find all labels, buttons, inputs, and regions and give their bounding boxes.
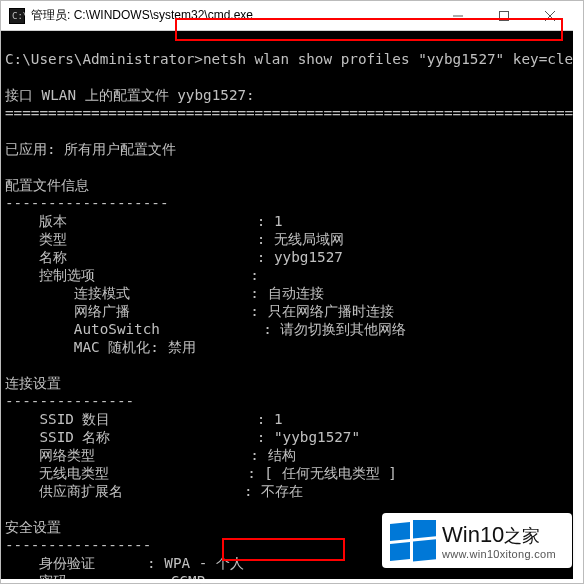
titlebar: C:\ 管理员: C:\WINDOWS\system32\cmd.exe bbox=[1, 1, 573, 31]
terminal-output[interactable]: C:\Users\Administrator>netsh wlan show p… bbox=[1, 31, 573, 579]
watermark-title: Win10之家 bbox=[442, 522, 556, 548]
svg-rect-10 bbox=[413, 539, 436, 561]
svg-rect-7 bbox=[390, 521, 410, 540]
cmd-icon: C:\ bbox=[9, 8, 25, 24]
window-title: 管理员: C:\WINDOWS\system32\cmd.exe bbox=[31, 7, 435, 24]
watermark-brand: Win10 bbox=[442, 522, 504, 548]
windows-logo-icon bbox=[390, 520, 436, 562]
watermark-url: www.win10xitong.com bbox=[442, 548, 556, 560]
watermark-suffix: 之家 bbox=[504, 524, 540, 548]
watermark-badge: Win10之家 www.win10xitong.com bbox=[382, 513, 572, 568]
svg-rect-8 bbox=[413, 520, 436, 539]
close-button[interactable] bbox=[527, 1, 573, 30]
maximize-button[interactable] bbox=[481, 1, 527, 30]
svg-rect-9 bbox=[390, 541, 410, 560]
svg-text:C:\: C:\ bbox=[12, 11, 25, 21]
svg-rect-4 bbox=[500, 11, 509, 20]
minimize-button[interactable] bbox=[435, 1, 481, 30]
window-controls bbox=[435, 1, 573, 30]
cmd-window: C:\ 管理员: C:\WINDOWS\system32\cmd.exe C:\… bbox=[1, 1, 573, 579]
